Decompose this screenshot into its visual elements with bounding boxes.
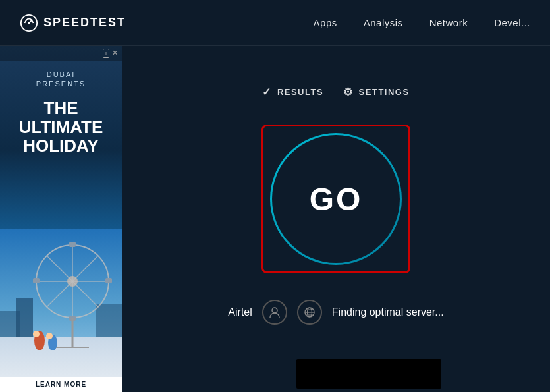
logo-area: SPEEDTEST — [20, 14, 126, 32]
ad-scene-svg — [0, 229, 122, 377]
svg-rect-6 — [16, 298, 33, 337]
main-content: i ✕ DUBAI PRESENTS THE ULTIMATE HOLIDAY — [0, 46, 550, 392]
tabs-bar: ✓ RESULTS ⚙ SETTINGS — [262, 86, 409, 98]
ad-location: DUBAI — [47, 70, 76, 78]
header: SPEEDTEST Apps Analysis Network Devel... — [0, 0, 550, 46]
ad-headline: THE ULTIMATE HOLIDAY — [19, 99, 103, 155]
svg-point-24 — [272, 308, 277, 313]
speedtest-logo-icon — [20, 14, 38, 32]
svg-point-22 — [33, 331, 40, 337]
content-area: ✓ RESULTS ⚙ SETTINGS GO Airtel — [122, 46, 550, 392]
globe-icon[interactable] — [297, 300, 322, 325]
ad-headline-line2: ULTIMATE — [19, 118, 103, 137]
ad-divider — [48, 92, 74, 92]
svg-rect-7 — [96, 304, 122, 337]
tab-results[interactable]: ✓ RESULTS — [262, 86, 323, 98]
ad-close-button[interactable]: ✕ — [112, 49, 118, 58]
settings-icon: ⚙ — [343, 86, 354, 98]
svg-rect-4 — [0, 337, 122, 377]
sidebar-advertisement: i ✕ DUBAI PRESENTS THE ULTIMATE HOLIDAY — [0, 46, 122, 392]
ad-info-badge[interactable]: i — [103, 49, 109, 58]
ad-top-bar: i ✕ — [0, 46, 122, 61]
svg-point-23 — [46, 333, 53, 339]
svg-point-2 — [28, 22, 30, 24]
nav-item-network[interactable]: Network — [429, 17, 468, 28]
tab-settings-label: SETTINGS — [359, 87, 410, 97]
ad-headline-line1: THE — [19, 99, 103, 118]
svg-rect-17 — [105, 278, 112, 283]
go-button-label: GO — [310, 181, 363, 217]
go-button-wrapper: GO — [261, 125, 410, 273]
tab-results-label: RESULTS — [277, 87, 323, 97]
svg-rect-16 — [33, 278, 40, 283]
nav-item-apps[interactable]: Apps — [314, 17, 337, 28]
ad-learn-more-button[interactable]: LEARN MORE — [0, 377, 122, 392]
bottom-black-block — [296, 359, 441, 389]
ad-content: DUBAI PRESENTS THE ULTIMATE HOLIDAY — [0, 61, 122, 229]
logo-text: SPEEDTEST — [43, 16, 126, 30]
nav-item-developers[interactable]: Devel... — [494, 17, 530, 28]
user-icon[interactable] — [262, 300, 287, 325]
ad-presents: PRESENTS — [36, 80, 86, 88]
ad-image — [0, 229, 122, 377]
main-nav: Apps Analysis Network Devel... — [314, 17, 530, 28]
svg-rect-14 — [69, 242, 76, 247]
nav-item-analysis[interactable]: Analysis — [364, 17, 403, 28]
bottom-bar — [244, 356, 550, 392]
go-button[interactable]: GO — [270, 133, 402, 265]
status-bar: Airtel Finding optimal server... — [228, 300, 443, 325]
isp-name: Airtel — [228, 306, 252, 318]
results-icon: ✓ — [262, 86, 272, 98]
finding-server-text: Finding optimal server... — [332, 306, 444, 318]
tab-settings[interactable]: ⚙ SETTINGS — [343, 86, 410, 98]
ad-headline-line3: HOLIDAY — [19, 136, 103, 155]
